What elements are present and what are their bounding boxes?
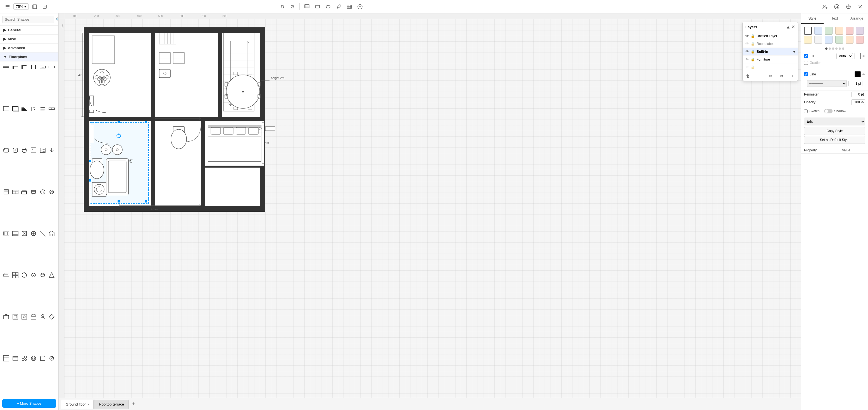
- sidebar-toggle-btn[interactable]: [3, 2, 12, 11]
- shape-stove[interactable]: [39, 146, 46, 154]
- dot-2[interactable]: [829, 48, 831, 50]
- tab-add-btn[interactable]: +: [129, 399, 138, 409]
- swatch-green[interactable]: [835, 36, 843, 43]
- dot-1[interactable]: [825, 48, 828, 50]
- swatch-orange[interactable]: [846, 36, 854, 43]
- fill-edit-icon[interactable]: ✏: [862, 54, 865, 58]
- shape-wall3[interactable]: [21, 63, 28, 71]
- dot-5[interactable]: [839, 48, 841, 50]
- shape-extra4[interactable]: [30, 271, 37, 279]
- shape-misc5[interactable]: [39, 229, 46, 238]
- layer-eye-extra-icon[interactable]: 👁: [745, 65, 749, 69]
- sidebar-advanced-section[interactable]: ▶ Advanced: [0, 43, 58, 53]
- shape-room1[interactable]: [2, 105, 10, 113]
- sidebar-general-section[interactable]: ▶ General: [0, 26, 58, 35]
- dot-3[interactable]: [832, 48, 834, 50]
- shape-misc4[interactable]: [30, 229, 37, 238]
- shape-ex18[interactable]: [48, 354, 56, 362]
- tab-rooftop[interactable]: Rooftop terrace: [94, 400, 129, 409]
- redo-btn[interactable]: [288, 2, 297, 11]
- shape-misc3[interactable]: [21, 229, 28, 238]
- swatch-pink[interactable]: [856, 36, 864, 43]
- layer-item-furniture[interactable]: 👁 🔒 Furniture: [743, 56, 798, 63]
- ellipse-tool-btn[interactable]: [324, 2, 333, 11]
- more-shapes-btn[interactable]: + More Shapes: [2, 399, 56, 408]
- layer-item-builtin[interactable]: 👁 🔒 Built-in: [743, 48, 798, 56]
- layer-item-extra[interactable]: 👁 🔒 ...: [743, 63, 798, 71]
- shape-sink[interactable]: [11, 146, 19, 154]
- shape-extra1[interactable]: [2, 271, 10, 279]
- swatch-light-green[interactable]: [825, 27, 833, 35]
- layer-lock-icon5[interactable]: 🔒: [751, 65, 755, 69]
- shape-ex15[interactable]: [21, 354, 28, 362]
- export-btn[interactable]: [40, 2, 49, 11]
- swatch-light-blue[interactable]: [814, 27, 822, 35]
- shape-room2[interactable]: [11, 105, 19, 113]
- shape-extra3[interactable]: [21, 271, 28, 279]
- shape-toilet[interactable]: [21, 146, 28, 154]
- shape-ex8[interactable]: [11, 313, 19, 321]
- shape-window1[interactable]: [48, 105, 56, 113]
- zoom-selector[interactable]: 75% ▾: [13, 3, 29, 10]
- shape-door2[interactable]: [39, 105, 46, 113]
- swatch-light-red[interactable]: [846, 27, 854, 35]
- sketch-checkbox[interactable]: [804, 109, 808, 113]
- layer-duplicate-btn[interactable]: ⧉: [779, 73, 785, 79]
- layer-lock-icon2[interactable]: 🔒: [751, 42, 755, 46]
- shape-misc6[interactable]: [48, 229, 56, 238]
- insert-btn[interactable]: [355, 2, 365, 11]
- select-tool-btn[interactable]: [303, 2, 311, 11]
- layer-edit-btn[interactable]: ✏: [768, 73, 774, 79]
- emoji-btn[interactable]: [832, 2, 841, 11]
- layer-eye-furniture-icon[interactable]: 👁: [745, 57, 749, 61]
- search-input[interactable]: [2, 15, 54, 23]
- right-tab-style[interactable]: Style: [801, 13, 824, 24]
- edit-select[interactable]: Edit Style: [804, 118, 865, 125]
- swatch-white[interactable]: [804, 27, 812, 35]
- fill-color-swatch[interactable]: [855, 53, 861, 59]
- layer-delete-btn[interactable]: 🗑: [744, 73, 751, 79]
- tab-ground-floor[interactable]: Ground floor ▾: [61, 400, 94, 409]
- table-tool-btn[interactable]: [345, 2, 354, 11]
- fill-type-select[interactable]: Auto Solid None: [836, 53, 853, 59]
- shape-misc2[interactable]: [11, 229, 19, 238]
- default-style-btn[interactable]: Set as Default Style: [804, 136, 865, 144]
- close-btn[interactable]: [856, 2, 865, 11]
- layer-add-btn[interactable]: ＋: [789, 73, 796, 79]
- shape-ex10[interactable]: [30, 313, 37, 321]
- swatch-blue[interactable]: [825, 36, 833, 43]
- shape-arrow[interactable]: [48, 146, 56, 154]
- layer-item-room-labels[interactable]: 👁 🔒 Room labels: [743, 40, 798, 48]
- pen-tool-btn[interactable]: [334, 2, 343, 11]
- shape-ex14[interactable]: [11, 354, 19, 362]
- shape-ex13[interactable]: [2, 354, 10, 362]
- shape-wall1[interactable]: [2, 63, 10, 71]
- shape-door1[interactable]: [30, 105, 37, 113]
- dot-4[interactable]: [835, 48, 838, 50]
- line-edit-icon[interactable]: ✏: [862, 72, 865, 76]
- shape-bed-double[interactable]: [11, 188, 19, 196]
- settings-btn[interactable]: [844, 2, 853, 11]
- shape-wall4[interactable]: [30, 63, 37, 71]
- swatch-light-purple[interactable]: [856, 27, 864, 35]
- shape-ex11[interactable]: [39, 313, 46, 321]
- shape-ex7[interactable]: [2, 313, 10, 321]
- layers-collapse-btn[interactable]: ▲: [786, 24, 790, 30]
- layer-eye-icon[interactable]: 👁: [745, 34, 749, 38]
- shape-dimension[interactable]: [48, 63, 56, 71]
- fill-checkbox[interactable]: [804, 54, 808, 58]
- dot-6[interactable]: [842, 48, 844, 50]
- shape-sofa[interactable]: [21, 188, 28, 196]
- shape-wall2[interactable]: [11, 63, 19, 71]
- line-width-input[interactable]: [848, 81, 862, 86]
- swatch-yellow[interactable]: [804, 36, 812, 43]
- shape-plant[interactable]: [48, 188, 56, 196]
- layer-item-untitled[interactable]: 👁 🔒 Untitled Layer: [743, 32, 798, 40]
- opacity-input[interactable]: [851, 99, 865, 105]
- page-view-btn[interactable]: [30, 2, 39, 11]
- shape-stairs[interactable]: [21, 105, 28, 113]
- perimeter-input[interactable]: [851, 92, 865, 97]
- shape-ex12[interactable]: [48, 313, 56, 321]
- layer-lock-icon3[interactable]: 🔒: [751, 50, 755, 54]
- swatch-gray[interactable]: [814, 36, 822, 43]
